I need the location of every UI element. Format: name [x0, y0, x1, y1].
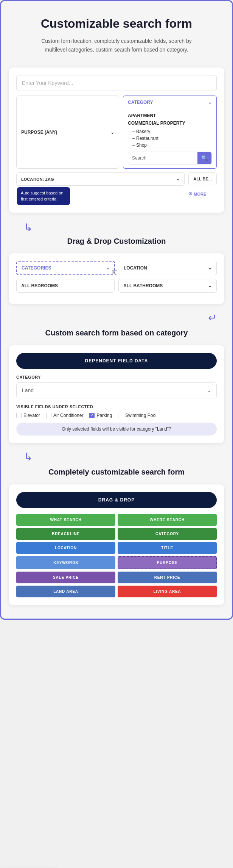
- category-label: CATEGORY: [128, 100, 153, 105]
- category-dropdown-header: CATEGORY ⌄: [123, 96, 216, 109]
- location-dnd-label: LOCATION: [124, 265, 147, 271]
- location-select[interactable]: LOCATION: ZAG ⌄: [16, 172, 185, 186]
- chevron-down-icon-cat: ⌄: [208, 100, 212, 105]
- land-value: Land: [22, 387, 34, 393]
- info-bubble: Only selected fields will be visible for…: [16, 423, 217, 436]
- section2-title: Custom search form based on category: [1, 324, 232, 339]
- swimming-label: Swimming Pool: [125, 413, 157, 418]
- categories-dashed-box[interactable]: CATEGORIES ⌄ ↸: [16, 261, 115, 275]
- land-select[interactable]: Land ⌄: [16, 382, 217, 398]
- autosuggest-tooltip: Auto suggest based on first entered crit…: [17, 187, 70, 205]
- sale-price-btn[interactable]: SALE PRICE: [16, 572, 115, 583]
- hero-description: Custom form location, completely customi…: [41, 37, 192, 54]
- chevron-down-icon-loc: ⌄: [176, 177, 180, 182]
- circle-icon: ①: [188, 191, 192, 196]
- hero-title: Customizable search form: [12, 16, 221, 31]
- chevron-down-icon-dnd: ⌄: [106, 265, 110, 271]
- purpose-select[interactable]: PURPOSE (ANY) ⌄: [16, 96, 119, 169]
- drag-drop-btn[interactable]: DRAG & DROP: [16, 492, 217, 508]
- drag-drop-grid: WHAT SEARCH WHERE SEARCH BREACKLINE CATE…: [16, 514, 217, 597]
- arrow-curve-1: ↵: [1, 310, 232, 324]
- living-area-btn[interactable]: LIVING AREA: [118, 586, 217, 597]
- parking-checkbox[interactable]: ✓: [89, 413, 95, 418]
- aircond-checkbox[interactable]: [46, 413, 51, 418]
- title-btn[interactable]: TITLE: [118, 542, 217, 554]
- elevator-checkbox-item[interactable]: Elevator: [16, 413, 40, 418]
- more-button[interactable]: ① MORE: [188, 188, 217, 200]
- location-label: LOCATION: ZAG: [21, 177, 54, 182]
- more-label: MORE: [194, 192, 206, 196]
- location-wrap: LOCATION: ZAG ⌄ Zagorje Zagreb Zagrebačk…: [16, 172, 185, 205]
- keywords-btn[interactable]: KEYWORDS: [16, 556, 115, 569]
- checkbox-row: Elevator Air Conditioner ✓ Parking Swimm…: [16, 413, 217, 418]
- all-bedrooms-label: ALL BEDROOMS: [21, 283, 58, 288]
- dnd-row-2: ALL BEDROOMS ALL BATHROOMS ⌄: [16, 279, 217, 293]
- elevator-label: Elevator: [23, 413, 40, 418]
- aircond-checkbox-item[interactable]: Air Conditioner: [46, 413, 83, 418]
- dnd-card: CATEGORIES ⌄ ↸ LOCATION ⌄ ALL BEDROOMS A…: [9, 253, 224, 304]
- category-field-label: CATEGORY: [16, 375, 217, 379]
- hero-section: Customizable search form Custom form loc…: [1, 1, 232, 61]
- location-row: LOCATION: ZAG ⌄ Zagorje Zagreb Zagrebačk…: [16, 172, 217, 205]
- arrow-down-1: ↳: [1, 219, 232, 233]
- aircond-label: Air Conditioner: [53, 413, 83, 418]
- location-btn[interactable]: LOCATION: [16, 542, 115, 554]
- apartment-category[interactable]: APARTMENT: [128, 113, 212, 118]
- commercial-category[interactable]: COMMERCIAL PROPERTY: [128, 121, 212, 126]
- chevron-down-icon-land: ⌄: [207, 387, 211, 393]
- rent-price-btn[interactable]: RENT PRICE: [118, 572, 217, 583]
- section3-title-text: Completely customizable search form: [48, 468, 185, 476]
- bakery-item[interactable]: Bakery: [128, 128, 212, 135]
- breackline-btn[interactable]: BREACKLINE: [16, 528, 115, 540]
- categories-label: CATEGORIES: [22, 265, 51, 271]
- bedrooms-more-col: ALL BE... ① MORE: [188, 172, 217, 200]
- purpose-label: PURPOSE (ANY): [21, 130, 57, 135]
- section2-title-text: Custom search form based on category: [45, 329, 188, 337]
- shop-item[interactable]: Shop: [128, 142, 212, 149]
- swimming-checkbox[interactable]: [118, 413, 123, 418]
- all-bathrooms-label: ALL BATHROOMS: [123, 283, 163, 288]
- dnd-row-1: CATEGORIES ⌄ ↸ LOCATION ⌄: [16, 261, 217, 275]
- search-form-card: Enter Your Keyword... PURPOSE (ANY) ⌄ CA…: [9, 67, 224, 213]
- what-search-btn[interactable]: WHAT SEARCH: [16, 514, 115, 526]
- category-search-box: 🔍: [128, 152, 212, 165]
- all-bathrooms-box[interactable]: ALL BATHROOMS ⌄: [118, 279, 217, 293]
- elevator-checkbox[interactable]: [16, 413, 22, 418]
- cursor-icon: ↸: [112, 269, 117, 277]
- category-search-button[interactable]: 🔍: [197, 152, 211, 164]
- page-wrapper: Customizable search form Custom form loc…: [0, 0, 233, 620]
- section3-title: Completely customizable search form: [1, 463, 232, 478]
- dependent-field-btn[interactable]: DEPENDENT FIELD DATA: [16, 353, 217, 369]
- land-area-btn[interactable]: LAND AREA: [16, 586, 115, 597]
- all-bedrooms-btn[interactable]: ALL BE...: [188, 172, 217, 185]
- category-btn[interactable]: CATEGORY: [118, 528, 217, 540]
- category-dropdown[interactable]: CATEGORY ⌄ APARTMENT COMMERCIAL PROPERTY…: [123, 96, 217, 169]
- location-solid-box[interactable]: LOCATION ⌄: [119, 261, 217, 275]
- swimming-checkbox-item[interactable]: Swimming Pool: [118, 413, 157, 418]
- purpose-category-row: PURPOSE (ANY) ⌄ CATEGORY ⌄ APARTMENT COM…: [16, 96, 217, 169]
- where-search-btn[interactable]: WHERE SEARCH: [118, 514, 217, 526]
- parking-label: Parking: [96, 413, 112, 418]
- chevron-down-icon-dnd2: ⌄: [208, 265, 212, 271]
- purpose-btn[interactable]: PURPOSE: [118, 556, 217, 569]
- category-search-input[interactable]: [128, 152, 197, 164]
- all-bedrooms-box[interactable]: ALL BEDROOMS: [16, 279, 115, 293]
- visible-fields-label: VISIBLE FIELDS UNDER SELECTED: [16, 404, 217, 409]
- category-dropdown-body: APARTMENT COMMERCIAL PROPERTY Bakery Res…: [123, 109, 216, 168]
- restaurant-item[interactable]: Restaurant: [128, 135, 212, 142]
- keyword-input[interactable]: Enter Your Keyword...: [16, 75, 217, 91]
- parking-checkbox-item[interactable]: ✓ Parking: [89, 413, 112, 418]
- chevron-down-icon-bath: ⌄: [208, 283, 212, 288]
- chevron-down-icon: ⌄: [110, 130, 114, 135]
- arrow-curve-2: ↳: [1, 449, 232, 463]
- section1-title: Drag & Drop Customization: [1, 233, 232, 247]
- dependent-field-card: DEPENDENT FIELD DATA CATEGORY Land ⌄ VIS…: [9, 345, 224, 443]
- cc-card: DRAG & DROP WHAT SEARCH WHERE SEARCH BRE…: [9, 484, 224, 605]
